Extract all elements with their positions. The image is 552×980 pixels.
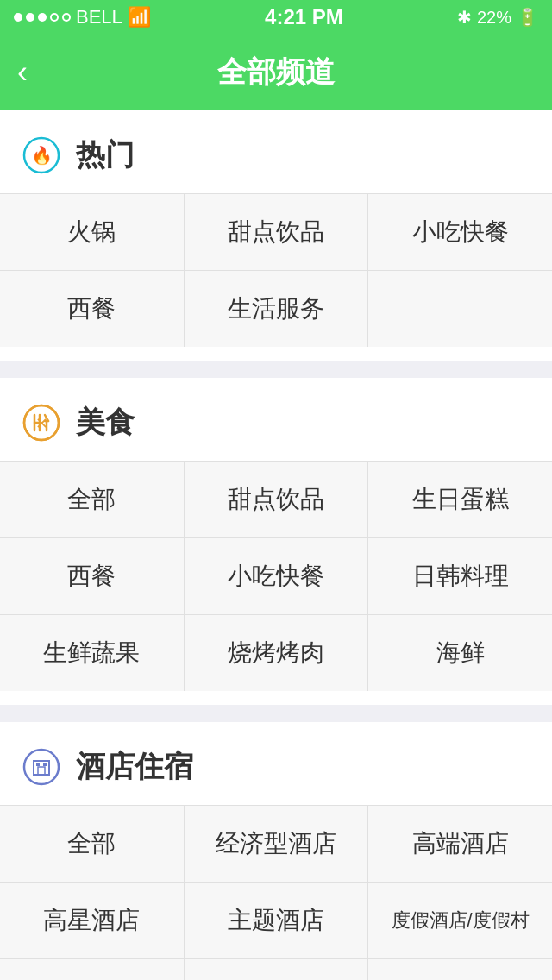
- list-item[interactable]: 青年旅社: [185, 959, 368, 980]
- list-item-empty: [368, 959, 552, 980]
- hotel-grid: 全部 经济型酒店 高端酒店 高星酒店 主题酒店 度假酒店/度假村 客栈 青年旅社: [0, 805, 552, 980]
- list-item[interactable]: 度假酒店/度假村: [368, 883, 552, 958]
- list-item[interactable]: 经济型酒店: [185, 806, 368, 882]
- signal-dots: [14, 13, 71, 22]
- list-item[interactable]: 客栈: [0, 959, 184, 980]
- list-item[interactable]: 全部: [0, 462, 184, 537]
- back-button[interactable]: ‹: [17, 54, 28, 91]
- svg-rect-13: [38, 767, 45, 775]
- battery-icon: 🔋: [517, 7, 538, 28]
- section-header-food: ✕ 美食: [0, 378, 552, 461]
- hot-icon: 🔥: [21, 135, 62, 176]
- list-item[interactable]: 小吃快餐: [185, 538, 368, 614]
- bluetooth-icon: ✱: [457, 7, 472, 28]
- content-area: 🔥 热门 火锅 甜点饮品 小吃快餐 西餐 生活服务: [0, 110, 552, 980]
- list-item[interactable]: 日韩料理: [368, 538, 552, 614]
- list-item[interactable]: 甜点饮品: [185, 194, 368, 270]
- section-hotel: 酒店住宿 全部 经济型酒店 高端酒店 高星酒店 主题酒店 度假酒店/度假村 客栈…: [0, 722, 552, 980]
- list-item[interactable]: 烧烤烤肉: [185, 615, 368, 691]
- hotel-icon: [21, 746, 62, 788]
- section-title-hotel: 酒店住宿: [76, 747, 193, 787]
- page-title: 全部频道: [217, 53, 335, 92]
- carrier-label: BELL: [76, 6, 122, 28]
- svg-rect-16: [43, 763, 47, 766]
- battery-percent: 22%: [477, 8, 511, 28]
- list-item[interactable]: 生日蛋糕: [368, 462, 552, 537]
- section-header-hot: 🔥 热门: [0, 110, 552, 193]
- hot-grid: 火锅 甜点饮品 小吃快餐 西餐 生活服务: [0, 193, 552, 347]
- list-item[interactable]: 高星酒店: [0, 883, 184, 958]
- section-header-hotel: 酒店住宿: [0, 722, 552, 805]
- dot3: [38, 13, 47, 22]
- list-item[interactable]: 海鲜: [368, 615, 552, 691]
- section-title-hot: 热门: [76, 135, 135, 175]
- svg-rect-15: [36, 763, 40, 766]
- section-food: ✕ 美食 全部 甜点饮品 生日蛋糕 西餐 小吃快餐 日韩料理 生鲜蔬果 烧烤烤肉…: [0, 378, 552, 705]
- section-title-food: 美食: [76, 403, 135, 443]
- list-item[interactable]: 西餐: [0, 271, 184, 347]
- dot2: [26, 13, 34, 22]
- status-right: ✱ 22% 🔋: [457, 7, 538, 28]
- svg-text:🔥: 🔥: [31, 145, 53, 166]
- time-display: 4:21 PM: [265, 5, 343, 29]
- list-item[interactable]: 高端酒店: [368, 806, 552, 882]
- food-grid: 全部 甜点饮品 生日蛋糕 西餐 小吃快餐 日韩料理 生鲜蔬果 烧烤烤肉 海鲜: [0, 461, 552, 691]
- food-icon: ✕: [21, 402, 62, 443]
- list-item[interactable]: 甜点饮品: [185, 462, 368, 537]
- list-item[interactable]: 生鲜蔬果: [0, 615, 184, 691]
- svg-text:✕: ✕: [35, 415, 48, 432]
- list-item[interactable]: 火锅: [0, 194, 184, 270]
- dot5: [62, 13, 71, 22]
- section-hot: 🔥 热门 火锅 甜点饮品 小吃快餐 西餐 生活服务: [0, 110, 552, 361]
- dot4: [50, 13, 59, 22]
- list-item[interactable]: 小吃快餐: [368, 194, 552, 270]
- list-item[interactable]: 西餐: [0, 538, 184, 614]
- dot1: [14, 13, 22, 22]
- list-item[interactable]: 主题酒店: [185, 883, 368, 958]
- svg-rect-12: [34, 761, 49, 775]
- status-bar: BELL 📶 4:21 PM ✱ 22% 🔋: [0, 0, 552, 35]
- wifi-icon: 📶: [128, 6, 151, 28]
- list-item-empty: [368, 271, 552, 347]
- list-item[interactable]: 全部: [0, 806, 184, 882]
- list-item[interactable]: 生活服务: [185, 271, 368, 347]
- navigation-header: ‹ 全部频道: [0, 35, 552, 110]
- status-left: BELL 📶: [14, 6, 151, 28]
